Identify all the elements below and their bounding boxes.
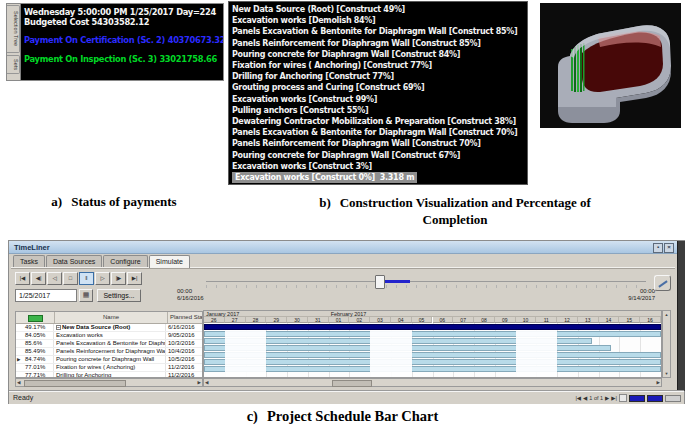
status-line: Grouting process and Curing [Construct 6… [232,82,527,93]
sheet-count-label: 1 of 1 [589,395,603,401]
status-line: Pouring concrete for Diaphragm Wall [Con… [232,49,527,60]
task-table: Name Planned Sta 49.17%−New Data Source … [15,311,203,378]
status-line-overlapped: Excavation works [Construct 0%] 3.318 m [232,172,527,183]
day-header: 16 [640,317,661,323]
selected-row-marker: ▶ [17,356,20,363]
scroll-left-icon[interactable]: ◀ [205,380,208,385]
caption-a: a)Status of payments [8,194,220,210]
scroll-up-icon[interactable]: ▲ [663,312,670,317]
task-bar[interactable] [204,366,661,372]
progress-column-header[interactable] [16,312,55,323]
window-titlebar[interactable]: TimeLiner ▪ × [9,241,677,254]
task-start-cell: 10/4/2016 [166,348,202,355]
go-to-start-button[interactable]: |◀ [15,272,30,285]
play-backward-button[interactable]: ◁ [47,272,62,285]
gantt-chart[interactable]: January 2017February 2017262728293031010… [203,310,662,378]
tab-simulate[interactable]: Simulate [149,255,190,268]
day-header: 29 [266,317,287,323]
task-bar[interactable] [204,331,661,337]
scroll-right-icon[interactable]: ▶ [657,380,660,385]
scrollbar-thumb[interactable] [24,380,126,387]
task-start-cell: 10/5/2016 [166,356,202,363]
play-button[interactable]: ▷ [95,272,110,285]
task-name-cell: Fixation for wires ( Anchoring) [54,364,166,371]
slider-handle[interactable] [375,275,385,289]
export-animation-button[interactable] [654,275,671,291]
task-progress-cell: 85.6% [16,340,54,347]
status-line: Panels Excavation & Bentonite for Diaphr… [232,26,527,37]
day-header: 15 [619,317,640,323]
scroll-right-icon[interactable]: ▶ [198,380,201,385]
scrollbar-thumb[interactable] [332,380,372,387]
task-bar[interactable] [204,324,661,330]
day-header: 12 [557,317,578,323]
task-bar[interactable] [204,359,661,365]
table-header: Name Planned Sta [16,312,202,324]
pause-button[interactable]: ‖ [79,272,94,285]
task-start-cell: 10/3/2016 [166,340,202,347]
stop-button[interactable]: □ [63,272,78,285]
collapse-icon[interactable]: − [56,325,61,330]
status-line: Excavation works [Construct 99%] [232,94,527,105]
status-line: Panels Reinforcement for Diaphragm Wall … [232,38,527,49]
prev-sheet-icon[interactable]: ◀ [583,395,587,401]
tab-tasks[interactable]: Tasks [13,255,45,267]
weekend-stripe [391,323,412,377]
task-name-cell: −New Data Source (Root) [54,324,166,331]
step-back-button[interactable]: ◀| [31,272,46,285]
task-bar[interactable] [204,352,661,358]
caption-b: b)Construction Visualization and Percent… [240,194,670,228]
day-header: 30 [287,317,308,323]
step-forward-button[interactable]: |▶ [111,272,126,285]
table-row[interactable]: 49.17%−New Data Source (Root)6/16/2016 [16,324,202,332]
caption-c: c)Project Schedule Bar Chart [0,408,685,425]
task-name-cell: Panels Excavation & Bentonite for Diaphr… [54,340,166,347]
pin-icon[interactable]: ▪ [653,243,663,253]
tab-configure[interactable]: Configure [103,255,147,267]
tab-selection-tree[interactable]: Selection Tree [7,5,20,53]
app-status-bar: Ready |◀ ◀ 1 of 1 ▶ ▶| [9,391,684,404]
pencil-icon [658,280,667,287]
day-header: 14 [599,317,620,323]
next-sheet-icon[interactable]: ▶ [605,395,609,401]
simulation-start-label: 00:006/16/2016 [177,288,204,302]
table-row[interactable]: ▶84.74%Pouring concrete for Diaphragm Wa… [16,356,202,364]
simulation-slider-track[interactable] [206,281,646,282]
memory-meter-icon [629,395,645,402]
construction-pit-model [540,3,681,128]
status-line: Pouring concrete for Diaphragm Wall [Con… [232,150,527,161]
status-ready-label: Ready [13,394,33,401]
close-icon[interactable]: × [664,243,674,253]
timeliner-window: TimeLiner ▪ × TasksData SourcesConfigure… [8,240,685,404]
viewport-3d[interactable] [540,3,681,128]
playback-toolbar: |◀◀|◁□‖▷|▶▶| [15,272,143,285]
calendar-icon[interactable]: ▦ [79,289,93,302]
scroll-left-icon[interactable]: ◀ [17,380,20,385]
progress-bar-icon [28,315,43,322]
tab-sets[interactable]: Sets [7,55,20,74]
measurement-chip: Excavation works [Construct 0%] 3.318 m [232,172,417,183]
table-row[interactable]: 85.49%Panels Reinforcement for Diaphragm… [16,348,202,356]
simulation-date-input[interactable]: 1/25/2017 [15,289,77,302]
scroll-down-icon[interactable]: ▼ [663,371,670,376]
slider-ticks [206,285,646,288]
planned-start-column-header[interactable]: Planned Sta [168,312,202,323]
table-horizontal-scrollbar[interactable]: ◀ ▶ [15,378,203,387]
day-header: 01 [329,317,350,323]
first-sheet-icon[interactable]: |◀ [575,395,581,401]
settings-button[interactable]: Settings... [97,289,141,302]
table-row[interactable]: 84.05%Excavation works9/05/2016 [16,332,202,340]
status-line: Excavation works [Demolish 84%] [232,15,527,26]
window-title: TimeLiner [14,243,50,252]
last-sheet-icon[interactable]: ▶| [611,395,617,401]
tab-data-sources[interactable]: Data Sources [46,255,102,267]
table-row[interactable]: 77.01%Fixation for wires ( Anchoring)11/… [16,364,202,372]
name-column-header[interactable]: Name [55,312,168,323]
go-to-end-button[interactable]: ▶| [127,272,142,285]
sheet-browser-icon[interactable] [619,394,627,402]
table-row[interactable]: 85.6%Panels Excavation & Bentonite for D… [16,340,202,348]
gantt-vertical-scrollbar[interactable]: ▲ ▼ [662,310,671,378]
weekend-stripe [246,323,267,377]
gantt-horizontal-scrollbar[interactable]: ◀ ▶ [203,378,662,387]
disk-meter-icon [665,395,681,402]
